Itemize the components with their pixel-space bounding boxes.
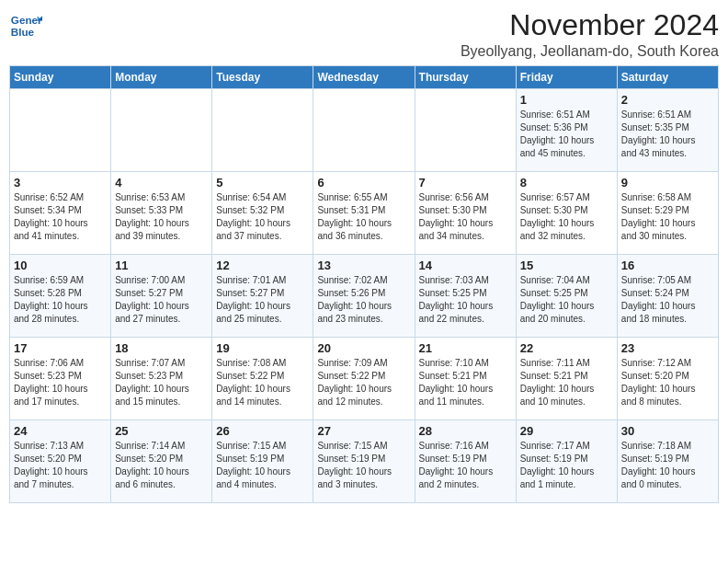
calendar-cell xyxy=(111,89,212,172)
weekday-header-thursday: Thursday xyxy=(415,66,516,89)
day-info: Sunrise: 7:02 AM Sunset: 5:26 PM Dayligh… xyxy=(317,274,410,326)
day-number: 20 xyxy=(317,341,410,355)
day-info: Sunrise: 6:51 AM Sunset: 5:36 PM Dayligh… xyxy=(520,109,613,160)
calendar-cell: 23Sunrise: 7:12 AM Sunset: 5:20 PM Dayli… xyxy=(617,338,718,420)
day-number: 15 xyxy=(520,259,613,272)
day-info: Sunrise: 7:04 AM Sunset: 5:25 PM Dayligh… xyxy=(520,274,613,326)
day-number: 22 xyxy=(520,341,613,355)
calendar-cell: 22Sunrise: 7:11 AM Sunset: 5:21 PM Dayli… xyxy=(516,338,617,420)
day-info: Sunrise: 6:52 AM Sunset: 5:34 PM Dayligh… xyxy=(14,191,107,243)
svg-text:Blue: Blue xyxy=(11,26,35,38)
calendar-cell: 16Sunrise: 7:05 AM Sunset: 5:24 PM Dayli… xyxy=(617,255,718,338)
day-info: Sunrise: 7:00 AM Sunset: 5:27 PM Dayligh… xyxy=(115,274,208,326)
day-number: 4 xyxy=(115,176,208,190)
day-number: 18 xyxy=(115,341,208,355)
calendar-cell: 17Sunrise: 7:06 AM Sunset: 5:23 PM Dayli… xyxy=(10,338,111,420)
day-info: Sunrise: 7:05 AM Sunset: 5:24 PM Dayligh… xyxy=(621,274,714,326)
day-info: Sunrise: 7:15 AM Sunset: 5:19 PM Dayligh… xyxy=(216,440,309,491)
logo-icon: General Blue xyxy=(9,9,42,42)
week-row-1: 3Sunrise: 6:52 AM Sunset: 5:34 PM Daylig… xyxy=(10,172,719,255)
weekday-header-wednesday: Wednesday xyxy=(313,66,415,89)
day-number: 21 xyxy=(419,341,512,355)
day-number: 9 xyxy=(621,176,714,190)
day-number: 30 xyxy=(621,424,714,438)
calendar-cell: 5Sunrise: 6:54 AM Sunset: 5:32 PM Daylig… xyxy=(212,172,313,255)
day-number: 28 xyxy=(419,424,512,438)
calendar-cell: 19Sunrise: 7:08 AM Sunset: 5:22 PM Dayli… xyxy=(212,338,313,420)
day-info: Sunrise: 7:10 AM Sunset: 5:21 PM Dayligh… xyxy=(419,357,512,408)
calendar-cell xyxy=(10,89,111,172)
calendar-cell: 9Sunrise: 6:58 AM Sunset: 5:29 PM Daylig… xyxy=(617,172,718,255)
calendar-cell: 11Sunrise: 7:00 AM Sunset: 5:27 PM Dayli… xyxy=(111,255,212,338)
day-info: Sunrise: 7:18 AM Sunset: 5:19 PM Dayligh… xyxy=(621,440,714,491)
calendar-cell: 28Sunrise: 7:16 AM Sunset: 5:19 PM Dayli… xyxy=(415,420,516,503)
calendar-cell: 30Sunrise: 7:18 AM Sunset: 5:19 PM Dayli… xyxy=(617,420,718,503)
week-row-4: 24Sunrise: 7:13 AM Sunset: 5:20 PM Dayli… xyxy=(10,420,719,503)
calendar-cell: 14Sunrise: 7:03 AM Sunset: 5:25 PM Dayli… xyxy=(415,255,516,338)
day-number: 16 xyxy=(621,259,714,272)
weekday-header-tuesday: Tuesday xyxy=(212,66,313,89)
day-number: 23 xyxy=(621,341,714,355)
day-info: Sunrise: 7:03 AM Sunset: 5:25 PM Dayligh… xyxy=(419,274,512,326)
location-title: Byeollyang, Jeollanam-do, South Korea xyxy=(461,43,719,60)
day-number: 26 xyxy=(216,424,309,438)
day-number: 27 xyxy=(317,424,410,438)
logo: General Blue xyxy=(9,9,42,42)
day-info: Sunrise: 6:54 AM Sunset: 5:32 PM Dayligh… xyxy=(216,191,309,243)
calendar-table: SundayMondayTuesdayWednesdayThursdayFrid… xyxy=(9,65,719,503)
day-number: 6 xyxy=(317,176,410,190)
calendar-cell: 18Sunrise: 7:07 AM Sunset: 5:23 PM Dayli… xyxy=(111,338,212,420)
calendar-cell: 29Sunrise: 7:17 AM Sunset: 5:19 PM Dayli… xyxy=(516,420,617,503)
day-number: 17 xyxy=(14,341,107,355)
day-number: 29 xyxy=(520,424,613,438)
day-info: Sunrise: 6:57 AM Sunset: 5:30 PM Dayligh… xyxy=(520,191,613,243)
day-info: Sunrise: 6:55 AM Sunset: 5:31 PM Dayligh… xyxy=(317,191,410,243)
day-info: Sunrise: 6:58 AM Sunset: 5:29 PM Dayligh… xyxy=(621,191,714,243)
day-info: Sunrise: 6:53 AM Sunset: 5:33 PM Dayligh… xyxy=(115,191,208,243)
calendar-cell xyxy=(212,89,313,172)
weekday-header-friday: Friday xyxy=(516,66,617,89)
calendar-cell: 13Sunrise: 7:02 AM Sunset: 5:26 PM Dayli… xyxy=(313,255,415,338)
day-info: Sunrise: 7:09 AM Sunset: 5:22 PM Dayligh… xyxy=(317,357,410,408)
calendar-cell: 20Sunrise: 7:09 AM Sunset: 5:22 PM Dayli… xyxy=(313,338,415,420)
calendar-cell: 12Sunrise: 7:01 AM Sunset: 5:27 PM Dayli… xyxy=(212,255,313,338)
calendar-cell xyxy=(313,89,415,172)
day-info: Sunrise: 7:06 AM Sunset: 5:23 PM Dayligh… xyxy=(14,357,107,408)
day-info: Sunrise: 7:01 AM Sunset: 5:27 PM Dayligh… xyxy=(216,274,309,326)
calendar-cell: 2Sunrise: 6:51 AM Sunset: 5:35 PM Daylig… xyxy=(617,89,718,172)
month-title: November 2024 xyxy=(461,9,719,41)
calendar-cell: 10Sunrise: 6:59 AM Sunset: 5:28 PM Dayli… xyxy=(10,255,111,338)
weekday-header-monday: Monday xyxy=(111,66,212,89)
day-number: 14 xyxy=(419,259,512,272)
calendar-cell: 1Sunrise: 6:51 AM Sunset: 5:36 PM Daylig… xyxy=(516,89,617,172)
calendar-cell: 3Sunrise: 6:52 AM Sunset: 5:34 PM Daylig… xyxy=(10,172,111,255)
day-number: 19 xyxy=(216,341,309,355)
day-info: Sunrise: 7:11 AM Sunset: 5:21 PM Dayligh… xyxy=(520,357,613,408)
day-info: Sunrise: 6:56 AM Sunset: 5:30 PM Dayligh… xyxy=(419,191,512,243)
day-number: 8 xyxy=(520,176,613,190)
day-number: 5 xyxy=(216,176,309,190)
page-header: General Blue November 2024 Byeollyang, J… xyxy=(9,9,719,60)
calendar-cell: 27Sunrise: 7:15 AM Sunset: 5:19 PM Dayli… xyxy=(313,420,415,503)
day-info: Sunrise: 7:12 AM Sunset: 5:20 PM Dayligh… xyxy=(621,357,714,408)
day-number: 24 xyxy=(14,424,107,438)
day-info: Sunrise: 7:14 AM Sunset: 5:20 PM Dayligh… xyxy=(115,440,208,491)
day-info: Sunrise: 7:15 AM Sunset: 5:19 PM Dayligh… xyxy=(317,440,410,491)
calendar-cell: 7Sunrise: 6:56 AM Sunset: 5:30 PM Daylig… xyxy=(415,172,516,255)
weekday-header-row: SundayMondayTuesdayWednesdayThursdayFrid… xyxy=(10,66,719,89)
day-info: Sunrise: 6:59 AM Sunset: 5:28 PM Dayligh… xyxy=(14,274,107,326)
day-info: Sunrise: 7:17 AM Sunset: 5:19 PM Dayligh… xyxy=(520,440,613,491)
day-number: 11 xyxy=(115,259,208,272)
day-info: Sunrise: 7:07 AM Sunset: 5:23 PM Dayligh… xyxy=(115,357,208,408)
day-number: 12 xyxy=(216,259,309,272)
week-row-0: 1Sunrise: 6:51 AM Sunset: 5:36 PM Daylig… xyxy=(10,89,719,172)
calendar-cell: 6Sunrise: 6:55 AM Sunset: 5:31 PM Daylig… xyxy=(313,172,415,255)
day-info: Sunrise: 6:51 AM Sunset: 5:35 PM Dayligh… xyxy=(621,109,714,160)
title-block: November 2024 Byeollyang, Jeollanam-do, … xyxy=(461,9,719,60)
weekday-header-sunday: Sunday xyxy=(10,66,111,89)
week-row-2: 10Sunrise: 6:59 AM Sunset: 5:28 PM Dayli… xyxy=(10,255,719,338)
day-number: 3 xyxy=(14,176,107,190)
day-number: 2 xyxy=(621,93,714,107)
week-row-3: 17Sunrise: 7:06 AM Sunset: 5:23 PM Dayli… xyxy=(10,338,719,420)
calendar-cell: 8Sunrise: 6:57 AM Sunset: 5:30 PM Daylig… xyxy=(516,172,617,255)
